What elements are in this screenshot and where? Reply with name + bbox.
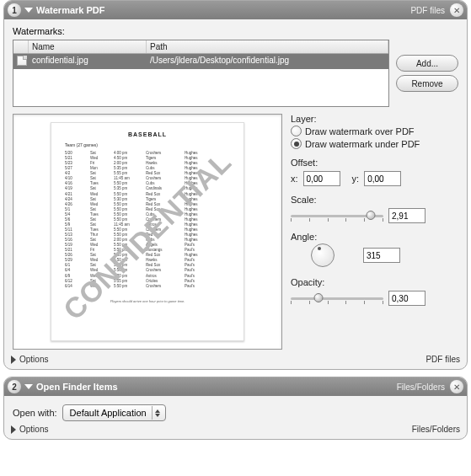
scale-slider[interactable] <box>291 210 383 222</box>
step-number: 2 <box>8 380 21 393</box>
preview-page: BASEBALL Team (27 games) 5/20Sat4:00 pmC… <box>51 122 244 341</box>
disclosure-triangle-icon[interactable] <box>24 8 33 13</box>
options-label[interactable]: Options <box>19 355 48 364</box>
radio-icon <box>291 126 302 136</box>
action-input-type: PDF files <box>410 6 445 15</box>
angle-dial[interactable] <box>311 243 335 267</box>
schedule-table: 5/20Sat4:00 pmCrushersHughes5/21Wed4:50 … <box>65 151 230 289</box>
angle-input[interactable] <box>363 248 400 263</box>
offset-label: Offset: <box>291 158 458 168</box>
action-header: 2 Open Finder Items Files/Folders ✕ <box>4 377 467 396</box>
offset-y-input[interactable] <box>364 171 401 186</box>
radio-label: Draw watermark over PDF <box>305 126 415 136</box>
add-button[interactable]: Add... <box>396 55 458 72</box>
column-name[interactable]: Name <box>29 40 147 53</box>
close-icon[interactable]: ✕ <box>450 380 463 393</box>
options-label[interactable]: Options <box>19 425 48 434</box>
radio-icon <box>291 138 302 149</box>
image-file-icon <box>17 56 27 66</box>
layer-under-radio[interactable]: Draw watermark under PDF <box>291 138 458 149</box>
opacity-slider[interactable] <box>291 292 383 304</box>
action-footer: Options PDF files <box>4 353 467 369</box>
options-disclosure-icon[interactable] <box>11 425 16 434</box>
angle-label: Angle: <box>291 232 458 242</box>
select-arrows-icon <box>152 406 163 420</box>
opacity-input[interactable] <box>388 291 426 306</box>
watermarks-table[interactable]: Name Path confidential.jpg /Users/jldera… <box>13 40 389 107</box>
watermarks-label: Watermarks: <box>13 26 458 36</box>
watermark-pdf-action: 1 Watermark PDF PDF files ✕ Watermarks: … <box>3 0 468 370</box>
preview-pane: BASEBALL Team (27 games) 5/20Sat4:00 pmC… <box>13 114 282 350</box>
opacity-label: Opacity: <box>291 277 458 287</box>
scale-input[interactable] <box>388 208 426 223</box>
offset-x-input[interactable] <box>303 171 340 186</box>
footer-output-type: PDF files <box>426 355 460 364</box>
action-title: Watermark PDF <box>36 5 105 15</box>
layer-over-radio[interactable]: Draw watermark over PDF <box>291 126 458 136</box>
remove-button[interactable]: Remove <box>396 75 458 92</box>
open-with-label: Open with: <box>13 408 57 418</box>
controls-panel: Layer: Draw watermark over PDF Draw wate… <box>291 114 458 350</box>
page-title: BASEBALL <box>65 131 230 137</box>
radio-label: Draw watermark under PDF <box>305 139 420 149</box>
x-label: x: <box>291 174 298 184</box>
open-finder-items-action: 2 Open Finder Items Files/Folders ✕ Open… <box>3 377 468 440</box>
row-path: /Users/jldera/Desktop/confidential.jpg <box>147 54 388 69</box>
table-row[interactable]: confidential.jpg /Users/jldera/Desktop/c… <box>13 54 388 69</box>
page-footnote: Players should arrive one hour prior to … <box>65 299 230 303</box>
action-title: Open Finder Items <box>36 382 118 392</box>
layer-label: Layer: <box>291 114 458 124</box>
table-header: Name Path <box>13 40 388 54</box>
close-icon[interactable]: ✕ <box>450 3 463 17</box>
row-name: confidential.jpg <box>29 54 147 69</box>
footer-output-type: Files/Folders <box>412 425 460 434</box>
page-subtitle: Team (27 games) <box>65 142 230 147</box>
scale-label: Scale: <box>291 195 458 205</box>
disclosure-triangle-icon[interactable] <box>24 384 33 389</box>
y-label: y: <box>352 174 360 184</box>
options-disclosure-icon[interactable] <box>11 356 16 364</box>
action-footer: Options Files/Folders <box>4 423 467 439</box>
step-number: 1 <box>8 3 21 17</box>
action-input-type: Files/Folders <box>397 382 445 392</box>
action-header: 1 Watermark PDF PDF files ✕ <box>4 1 467 19</box>
open-with-select[interactable]: Default Application <box>62 404 166 421</box>
column-path[interactable]: Path <box>147 40 388 53</box>
select-value: Default Application <box>70 408 147 418</box>
